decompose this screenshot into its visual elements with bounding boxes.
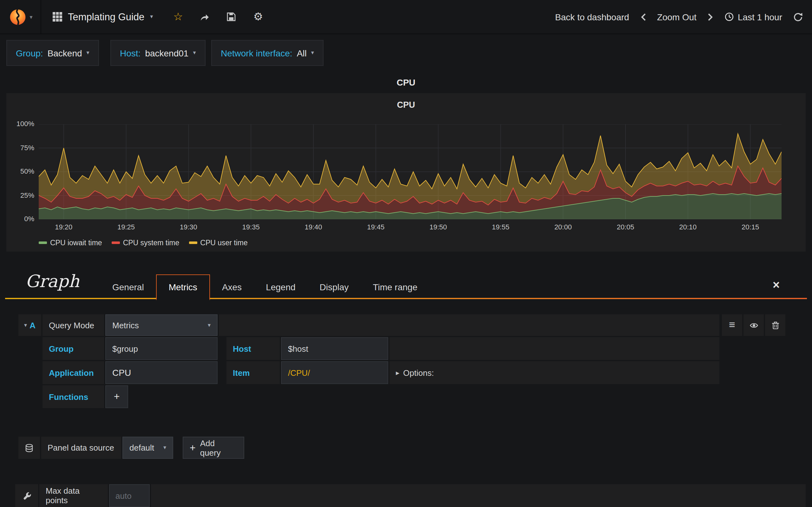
tab-time-range[interactable]: Time range bbox=[361, 275, 429, 299]
y-axis-label: 75% bbox=[6, 144, 34, 151]
collapse-caret-icon: ▾ bbox=[24, 322, 27, 328]
group-label: Group bbox=[43, 337, 104, 360]
variable-value: backend01 bbox=[145, 48, 189, 58]
options-label: Options: bbox=[403, 368, 434, 377]
query-mode-select[interactable]: Metrics ▾ bbox=[105, 314, 217, 336]
dashboard-title-button[interactable]: Templating Guide ▾ bbox=[41, 0, 167, 34]
query-collapse-toggle[interactable]: ▾ A bbox=[18, 314, 41, 336]
tab-axes[interactable]: Axes bbox=[210, 275, 254, 299]
dashboard-grid-icon bbox=[53, 12, 62, 21]
grafana-logo-icon bbox=[8, 7, 27, 26]
zoom-out-button[interactable]: Zoom Out bbox=[657, 12, 697, 22]
editor-tabs: General Metrics Axes Legend Display Time… bbox=[100, 273, 429, 299]
panel-title[interactable]: CPU bbox=[0, 77, 812, 88]
application-label: Application bbox=[43, 361, 104, 384]
options-toggle[interactable]: ▸ Options: bbox=[396, 368, 434, 377]
max-data-points-input[interactable] bbox=[109, 484, 150, 507]
x-axis-label: 19:35 bbox=[242, 223, 260, 231]
x-axis-label: 20:10 bbox=[679, 223, 697, 231]
legend-swatch-icon bbox=[112, 241, 120, 244]
legend-series-name: CPU system time bbox=[123, 239, 180, 246]
dashboard-title: Templating Guide bbox=[68, 11, 144, 22]
legend: CPU iowait timeCPU system timeCPU user t… bbox=[39, 239, 248, 246]
legend-swatch-icon bbox=[189, 241, 197, 244]
query-menu-button[interactable]: ≡ bbox=[722, 314, 742, 336]
chevron-down-icon: ▾ bbox=[87, 50, 90, 56]
query-delete-button[interactable] bbox=[765, 314, 785, 336]
chevron-right-icon bbox=[707, 12, 714, 21]
functions-label: Functions bbox=[43, 385, 104, 408]
tab-legend[interactable]: Legend bbox=[254, 275, 307, 299]
panel-type-heading: Graph bbox=[26, 271, 80, 291]
shift-time-forward-button[interactable] bbox=[707, 12, 714, 21]
legend-item[interactable]: CPU system time bbox=[112, 239, 180, 246]
share-button[interactable] bbox=[200, 12, 210, 21]
share-icon bbox=[200, 12, 210, 21]
host-label: Host bbox=[226, 337, 280, 360]
save-icon bbox=[227, 12, 236, 21]
navbar-right: Back to dashboard Zoom Out Last 1 hour bbox=[555, 0, 803, 34]
legend-item[interactable]: CPU user time bbox=[189, 239, 248, 246]
chevron-down-icon: ▾ bbox=[311, 50, 314, 56]
chevron-left-icon bbox=[640, 12, 646, 21]
close-icon: × bbox=[773, 278, 780, 291]
chart-title: CPU bbox=[6, 100, 806, 110]
refresh-icon bbox=[793, 12, 803, 22]
add-function-button[interactable]: + bbox=[105, 385, 128, 408]
item-label: Item bbox=[226, 361, 280, 384]
x-axis-label: 19:30 bbox=[180, 223, 197, 231]
cpu-graph-plot[interactable] bbox=[39, 124, 781, 219]
grafana-logo-button[interactable]: ▾ bbox=[0, 0, 41, 34]
variable-label: Group: bbox=[16, 48, 43, 58]
panel-datasource-label: Panel data source bbox=[41, 437, 121, 459]
chevron-down-icon: ▾ bbox=[208, 322, 211, 328]
query-toggle-visibility-button[interactable] bbox=[744, 314, 764, 336]
group-input[interactable]: $group bbox=[105, 337, 217, 360]
datasource-value: default bbox=[130, 443, 154, 452]
navbar-actions: ☆ ⚙ bbox=[173, 11, 263, 22]
y-axis-label: 50% bbox=[6, 167, 34, 175]
variable-dropdown-host[interactable]: Host: backend01 ▾ bbox=[110, 40, 205, 66]
legend-item[interactable]: CPU iowait time bbox=[39, 239, 102, 246]
shift-time-back-button[interactable] bbox=[640, 12, 646, 21]
clock-icon bbox=[724, 12, 734, 21]
variable-label: Host: bbox=[120, 48, 141, 58]
dashboard-caret-icon: ▾ bbox=[150, 14, 153, 20]
add-query-button[interactable]: + Add query bbox=[183, 437, 244, 459]
star-button[interactable]: ☆ bbox=[173, 11, 183, 22]
time-range-picker-button[interactable]: Last 1 hour bbox=[724, 12, 782, 22]
host-input[interactable]: $host bbox=[281, 337, 388, 360]
back-to-dashboard-link[interactable]: Back to dashboard bbox=[555, 12, 629, 22]
item-input[interactable]: /CPU/ bbox=[281, 361, 388, 384]
query-row-filler bbox=[390, 337, 719, 360]
grafana-page: ▾ Templating Guide ▾ ☆ bbox=[0, 0, 812, 507]
legend-swatch-icon bbox=[39, 241, 47, 244]
tab-general[interactable]: General bbox=[100, 275, 156, 299]
variable-dropdown-network-interface[interactable]: Network interface: All ▾ bbox=[211, 40, 323, 66]
tab-metrics[interactable]: Metrics bbox=[156, 274, 210, 300]
legend-series-name: CPU user time bbox=[200, 239, 248, 246]
settings-button[interactable]: ⚙ bbox=[253, 11, 263, 22]
plus-icon: + bbox=[190, 442, 196, 453]
wrench-icon bbox=[22, 491, 32, 500]
datasource-select[interactable]: default ▾ bbox=[122, 437, 173, 459]
application-input[interactable]: CPU bbox=[105, 361, 217, 384]
cpu-panel: CPU 0%25%50%75%100% 19:2019:2519:3019:35… bbox=[6, 93, 806, 251]
plus-icon: + bbox=[114, 391, 120, 402]
star-icon: ☆ bbox=[173, 11, 183, 22]
x-axis-label: 20:05 bbox=[617, 223, 634, 231]
x-axis-label: 20:00 bbox=[554, 223, 572, 231]
close-editor-button[interactable]: × bbox=[773, 279, 780, 291]
variable-dropdown-group[interactable]: Group: Backend ▾ bbox=[6, 40, 99, 66]
x-axis-label: 19:20 bbox=[55, 223, 72, 231]
trash-icon bbox=[771, 321, 779, 330]
y-axis-label: 100% bbox=[6, 120, 34, 127]
legend-series-name: CPU iowait time bbox=[50, 239, 102, 246]
tab-display[interactable]: Display bbox=[308, 275, 361, 299]
query-letter: A bbox=[30, 320, 36, 330]
save-button[interactable] bbox=[227, 12, 236, 21]
logo-caret-icon: ▾ bbox=[30, 14, 32, 20]
chevron-down-icon: ▾ bbox=[163, 445, 166, 451]
eye-icon bbox=[749, 321, 758, 329]
refresh-button[interactable] bbox=[793, 12, 803, 22]
